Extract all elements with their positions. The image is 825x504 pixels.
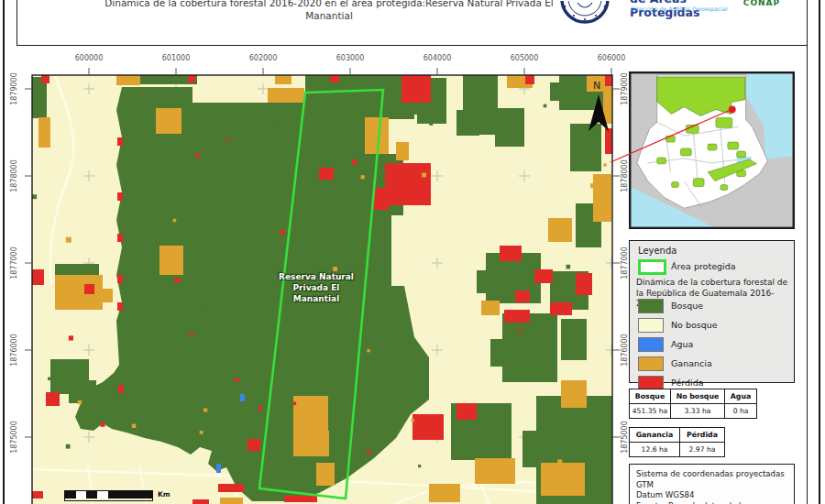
legend-item-label: Agua: [671, 339, 693, 349]
speckle: [200, 431, 204, 434]
legend-swatch: [638, 299, 664, 313]
y-axis-tick-label: 1879000: [10, 72, 18, 105]
x-axis-tick-label: 606000: [598, 54, 626, 62]
speckle: [367, 349, 369, 352]
loss-patch: [117, 234, 123, 242]
loss-patch: [385, 163, 431, 205]
guatemala-seal-logo: [556, 1, 614, 32]
loss-patch: [576, 273, 592, 295]
gain-patch: [156, 108, 182, 134]
speckle: [557, 459, 562, 464]
y-axis-tick-label: 1877000: [10, 247, 18, 279]
inset-overview-map: [629, 71, 795, 229]
gain-patch: [561, 380, 587, 408]
legend-item-label: No bosque: [671, 320, 718, 330]
loss-patch: [118, 385, 124, 393]
gain-patch: [593, 174, 611, 222]
y-axis-tick-label: 1876000: [10, 334, 18, 367]
speckle: [292, 401, 296, 405]
gain-patch: [548, 218, 572, 242]
table-value-cell: 451.35 ha: [630, 404, 671, 419]
gain-patch: [160, 246, 183, 275]
loss-patch: [188, 75, 195, 82]
scale-bar-segment: [76, 491, 86, 499]
y-axis-tick-label-right: 1876000: [621, 334, 629, 367]
table-value-cell: 12.6 ha: [630, 443, 680, 457]
speckle: [66, 237, 72, 243]
protected-area-label-line: Privada El: [259, 282, 373, 293]
loss-patch: [402, 75, 431, 103]
speckle: [66, 444, 71, 449]
gain-patch: [309, 431, 329, 456]
page-border-inner-right: [807, 0, 808, 504]
gain-patch: [268, 88, 304, 103]
speckle: [603, 163, 606, 166]
map-document-page: N 60000060100060200060300060400060500060…: [0, 0, 825, 504]
loss-patch: [330, 75, 339, 82]
loss-patch: [284, 496, 317, 502]
forest-patch: [570, 124, 601, 171]
gain-patch: [116, 75, 140, 85]
scale-bar-segment: [86, 491, 97, 499]
loss-patch: [374, 188, 389, 210]
coordinate-info-line: Sistema de coordenadas proyectadas: [636, 469, 794, 479]
y-axis-tick-label-right: 1879000: [621, 72, 629, 105]
protected-area-label-line: Manantial: [259, 293, 373, 304]
table-header-cell: No bosque: [671, 389, 725, 404]
legend-swatch: [638, 337, 664, 352]
speckle: [418, 465, 421, 467]
speckle: [411, 419, 413, 422]
loss-patch: [32, 491, 43, 499]
x-axis-tick-label: 601000: [162, 54, 191, 62]
loss-patch: [117, 275, 123, 283]
gain-patch: [96, 289, 113, 302]
speckle: [429, 122, 433, 126]
x-axis-tick-label: 600000: [75, 54, 104, 62]
scale-bar: [64, 490, 153, 501]
loss-patch: [117, 137, 123, 146]
table-header-cell: Pérdida: [680, 428, 725, 443]
loss-patch: [46, 392, 60, 406]
coordinate-info-line: GTM: [636, 480, 794, 490]
speckle: [100, 422, 104, 427]
coordinate-info-line: Fuente: Base de datos de la: [636, 501, 794, 504]
protected-area-legend-label: Área protegida: [671, 261, 736, 271]
forest-patch: [490, 339, 507, 367]
y-axis-tick-label-right: 1875000: [621, 421, 629, 454]
speckle: [361, 175, 365, 179]
table-value-cell: 0 ha: [725, 404, 757, 419]
loss-patch: [504, 310, 530, 323]
org-subtitle: Dirección de Análisis Geoespacial: [631, 5, 750, 12]
loss-patch: [525, 75, 534, 84]
speckle: [270, 201, 274, 205]
forest-patch: [561, 319, 587, 360]
loss-patch: [218, 484, 244, 492]
loss-patch: [319, 168, 334, 180]
location-dot: [729, 106, 736, 114]
legend-swatch: [638, 356, 664, 371]
legend-item-label: Pérdida: [671, 378, 704, 388]
gain-patch: [429, 484, 460, 502]
water-patch: [240, 394, 245, 401]
loss-patch: [500, 246, 522, 261]
speckle: [174, 278, 180, 283]
speckle: [352, 159, 358, 165]
y-axis-tick-label-right: 1877000: [621, 247, 629, 279]
page-border-left: [3, 0, 5, 504]
gain-patch: [481, 301, 500, 315]
speckle: [458, 454, 462, 457]
loss-patch: [192, 499, 209, 504]
gain-patch: [220, 498, 243, 504]
scale-bar-unit: Km: [158, 490, 170, 499]
scale-bar-segment: [65, 491, 76, 499]
loss-patch: [117, 192, 123, 201]
loss-patch: [84, 284, 94, 294]
forest-patch: [502, 313, 557, 382]
legend-item-agua: Agua: [638, 337, 789, 352]
table-header-cell: Agua: [725, 389, 757, 404]
protected-area-swatch: [638, 259, 666, 275]
speckle: [566, 265, 570, 269]
loss-patch: [534, 269, 553, 283]
loss-patch: [515, 290, 530, 302]
y-axis-tick-label-right: 1878000: [621, 159, 629, 192]
